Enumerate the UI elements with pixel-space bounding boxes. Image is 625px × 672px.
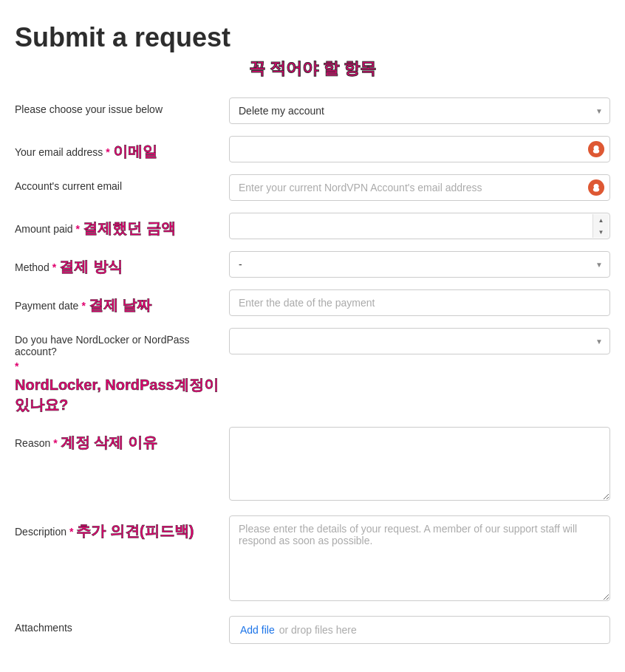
- nordlocker-field: Yes No ▼: [229, 328, 610, 354]
- method-select[interactable]: - Credit Card PayPal Crypto: [229, 251, 610, 278]
- svg-point-1: [593, 149, 599, 154]
- payment-date-label-col: Payment date * 결제 날짜: [15, 289, 222, 315]
- issue-label: Please choose your issue below: [15, 97, 222, 115]
- current-email-field: [229, 174, 610, 201]
- reason-row: Reason * 계정 삭제 이유: [15, 427, 610, 504]
- subtitle-korean: 꼭 적어야 할 항목: [15, 58, 610, 80]
- description-row: Description * 추가 의견(피드백): [15, 515, 610, 604]
- nordlocker-row: Do you have NordLocker or NordPass accou…: [15, 328, 610, 415]
- current-email-label: Account's current email: [15, 174, 222, 192]
- payment-date-row: Payment date * 결제 날짜: [15, 289, 610, 316]
- nordlocker-label-col: Do you have NordLocker or NordPass accou…: [15, 328, 222, 415]
- method-row: Method * 결제 방식 - Credit Card PayPal Cryp…: [15, 251, 610, 278]
- amount-input[interactable]: [229, 213, 610, 239]
- duckduckgo-icon: [588, 141, 604, 157]
- description-textarea[interactable]: [229, 515, 610, 601]
- issue-row: Please choose your issue below Delete my…: [15, 97, 610, 124]
- number-spinners: ▲ ▼: [592, 214, 609, 238]
- svg-point-3: [593, 188, 599, 192]
- method-field: - Credit Card PayPal Crypto ▼: [229, 251, 610, 278]
- duckduckgo-icon-2: [588, 179, 604, 196]
- description-field: [229, 515, 610, 604]
- reason-label-col: Reason * 계정 삭제 이유: [15, 427, 222, 453]
- amount-row: Amount paid * 결제했던 금액 ▲ ▼: [15, 213, 610, 239]
- add-file-button[interactable]: Add file: [240, 624, 275, 636]
- issue-field: Delete my account Billing issue Technica…: [229, 97, 610, 124]
- amount-field: ▲ ▼: [229, 213, 610, 239]
- issue-select[interactable]: Delete my account Billing issue Technica…: [229, 97, 610, 124]
- email-label-col: Your email address * 이메일: [15, 136, 222, 162]
- email-input[interactable]: [229, 136, 610, 162]
- attachments-field: Add file or drop files here: [229, 616, 610, 644]
- amount-label-col: Amount paid * 결제했던 금액: [15, 213, 222, 239]
- nordlocker-select[interactable]: Yes No: [229, 328, 610, 354]
- payment-date-input[interactable]: [229, 289, 610, 316]
- reason-textarea[interactable]: [229, 427, 610, 501]
- spinner-up-button[interactable]: ▲: [593, 214, 609, 226]
- reason-field: [229, 427, 610, 504]
- attachments-label: Attachments: [15, 616, 222, 634]
- current-email-row: Account's current email: [15, 174, 610, 201]
- description-label-col: Description * 추가 의견(피드백): [15, 515, 222, 541]
- attachments-row: Attachments Add file or drop files here: [15, 616, 610, 644]
- email-field: [229, 136, 610, 162]
- attachment-dropzone[interactable]: Add file or drop files here: [229, 616, 610, 644]
- spinner-down-button[interactable]: ▼: [593, 226, 609, 238]
- payment-date-field: [229, 289, 610, 316]
- page-title: Submit a request: [15, 22, 610, 53]
- method-label-col: Method * 결제 방식: [15, 251, 222, 277]
- issue-select-wrapper: Delete my account Billing issue Technica…: [229, 97, 610, 124]
- drop-text: or drop files here: [279, 624, 357, 636]
- email-row: Your email address * 이메일: [15, 136, 610, 162]
- current-email-input[interactable]: [229, 174, 610, 201]
